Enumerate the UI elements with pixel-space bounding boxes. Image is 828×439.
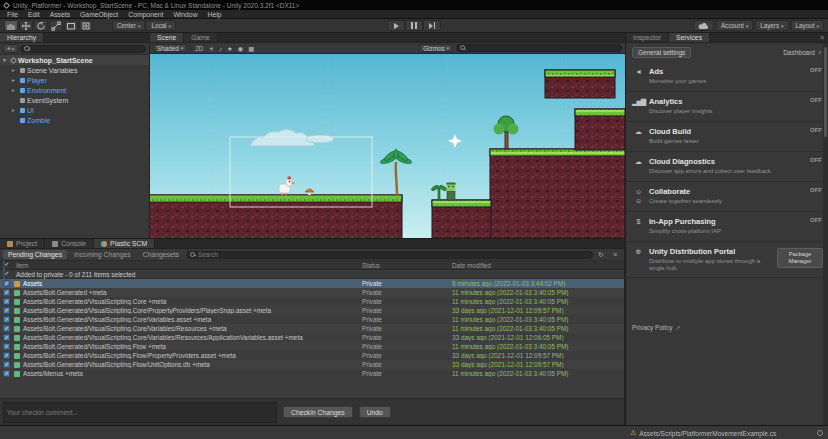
- row-checkbox[interactable]: [3, 352, 10, 359]
- menu-item[interactable]: File: [2, 11, 23, 18]
- service-item[interactable]: ▂▅▇ Analytics Discover player insights O…: [626, 92, 828, 122]
- gizmos-dropdown[interactable]: Gizmos▾: [419, 44, 453, 53]
- row-checkbox[interactable]: [3, 370, 10, 377]
- terrain-ground[interactable]: [150, 195, 402, 238]
- scene-search[interactable]: [456, 44, 622, 52]
- rect-tool-button[interactable]: [64, 20, 78, 31]
- row-checkbox[interactable]: [3, 280, 10, 287]
- tab-inspector[interactable]: Inspector: [626, 33, 669, 42]
- create-object-button[interactable]: +▾: [3, 44, 18, 53]
- table-row[interactable]: Assets/Bolt.Generated/VisualScripting.Fl…: [0, 360, 624, 369]
- table-row[interactable]: Assets/Bolt.Generated +meta Private 11 m…: [0, 288, 624, 297]
- menu-item[interactable]: Assets: [45, 11, 75, 18]
- space-toggle[interactable]: Local▾: [146, 20, 176, 31]
- tab-project[interactable]: Project: [0, 239, 45, 248]
- layout-dropdown[interactable]: Layout▾: [791, 20, 824, 31]
- service-item[interactable]: ☺☺ Collaborate Create together seamlessl…: [626, 182, 828, 212]
- hierarchy-search-input[interactable]: [32, 45, 142, 52]
- tab-hierarchy[interactable]: Hierarchy: [0, 33, 44, 42]
- layers-dropdown[interactable]: Layers▾: [755, 20, 788, 31]
- table-row[interactable]: Assets/Bolt.Generated/VisualScripting.Co…: [0, 324, 624, 333]
- tab-services[interactable]: Services: [669, 33, 710, 42]
- account-dropdown[interactable]: Account▾: [716, 20, 753, 31]
- plastic-subtab[interactable]: Changesets: [138, 250, 184, 259]
- tab-console[interactable]: Console: [45, 239, 94, 248]
- checkin-comment-input[interactable]: [3, 402, 277, 423]
- service-item[interactable]: $ In-App Purchasing Simplify cross-platf…: [626, 212, 828, 242]
- service-item[interactable]: ◄ Ads Monetize your games OFF: [626, 62, 828, 92]
- hierarchy-item[interactable]: ▸ UI: [0, 105, 149, 115]
- plastic-search-input[interactable]: [198, 251, 589, 258]
- group-checkbox[interactable]: [3, 270, 5, 279]
- column-date-modified[interactable]: Date modified: [452, 262, 624, 269]
- options-menu-icon[interactable]: ≡: [609, 251, 621, 258]
- table-row[interactable]: Assets/Menus +meta Private 11 minutes ag…: [0, 369, 624, 378]
- rotate-tool-button[interactable]: [34, 20, 48, 31]
- service-item-udp[interactable]: ⊕ Unity Distribution Portal Distribute t…: [626, 242, 828, 278]
- row-checkbox[interactable]: [3, 316, 10, 323]
- row-checkbox[interactable]: [3, 307, 10, 314]
- tab-scene[interactable]: Scene: [150, 33, 184, 42]
- hierarchy-item[interactable]: Zombie: [0, 115, 149, 125]
- row-checkbox[interactable]: [3, 361, 10, 368]
- visibility-toggle[interactable]: ◉: [237, 45, 245, 52]
- terrain-ledge[interactable]: [432, 200, 491, 238]
- menu-item[interactable]: Edit: [23, 11, 45, 18]
- pause-button[interactable]: [405, 20, 423, 31]
- tab-game[interactable]: Game: [184, 33, 218, 42]
- table-row[interactable]: Assets/Bolt.Generated/VisualScripting.Fl…: [0, 351, 624, 360]
- table-row[interactable]: Assets/Bolt.Generated/VisualScripting.Fl…: [0, 342, 624, 351]
- table-row[interactable]: Assets/Bolt.Generated/VisualScripting.Co…: [0, 306, 624, 315]
- lighting-toggle[interactable]: ☀: [207, 45, 215, 52]
- row-checkbox[interactable]: [3, 289, 10, 296]
- general-settings-button[interactable]: General settings: [632, 47, 691, 58]
- plastic-subtab[interactable]: Pending Changes: [3, 250, 67, 259]
- menu-item[interactable]: Help: [203, 11, 227, 18]
- menu-item[interactable]: GameObject: [75, 11, 123, 18]
- privacy-policy-link[interactable]: Privacy Policy ↗: [626, 320, 828, 335]
- row-checkbox[interactable]: [3, 298, 10, 305]
- dashboard-link[interactable]: Dashboard↗: [783, 49, 822, 56]
- cloud-collab-button[interactable]: [693, 20, 714, 31]
- scene-canvas[interactable]: [150, 54, 625, 238]
- floating-island[interactable]: [545, 70, 615, 98]
- grid-toggle[interactable]: ▦: [247, 45, 255, 52]
- terrain-plateau[interactable]: [490, 149, 625, 238]
- refresh-icon[interactable]: ↻: [595, 251, 607, 259]
- transform-tool-button[interactable]: [79, 20, 93, 31]
- table-row[interactable]: Assets/Bolt.Generated/VisualScripting.Co…: [0, 333, 624, 342]
- scene-header-row[interactable]: ▾ Workshop_StartScene: [0, 55, 149, 65]
- pivot-toggle[interactable]: Center▾: [112, 20, 145, 31]
- plastic-subtab[interactable]: Incoming Changes: [69, 250, 136, 259]
- hierarchy-search[interactable]: [20, 45, 146, 53]
- draw-mode-dropdown[interactable]: Shaded▾: [153, 44, 187, 53]
- 2d-toggle[interactable]: 2D: [194, 45, 204, 52]
- zombie-character[interactable]: [447, 183, 456, 201]
- effects-toggle[interactable]: ★: [226, 45, 234, 52]
- terrain-step[interactable]: [575, 109, 625, 150]
- row-checkbox[interactable]: [3, 325, 10, 332]
- checkin-changes-button[interactable]: Checkin Changes: [283, 406, 353, 418]
- column-item[interactable]: Item: [16, 262, 362, 269]
- scene-search-input[interactable]: [468, 45, 618, 52]
- status-message[interactable]: ⚠ Assets/Scripts/PlatformerMovementExamp…: [630, 429, 776, 437]
- hierarchy-item[interactable]: ▸ Scene Variables: [0, 65, 149, 75]
- scene-viewport[interactable]: [150, 54, 625, 238]
- step-button[interactable]: [423, 20, 441, 31]
- row-checkbox[interactable]: [3, 334, 10, 341]
- hierarchy-item[interactable]: EventSystem: [0, 95, 149, 105]
- row-checkbox[interactable]: [3, 343, 10, 350]
- service-item[interactable]: ☁ Cloud Build Build games faster OFF: [626, 122, 828, 152]
- service-item[interactable]: ☁ Cloud Diagnostics Discover app errors …: [626, 152, 828, 182]
- select-all-checkbox[interactable]: [3, 261, 5, 270]
- plastic-search[interactable]: [186, 251, 593, 259]
- services-scrollbar[interactable]: [823, 43, 828, 425]
- move-tool-button[interactable]: [19, 20, 33, 31]
- panel-menu-icon[interactable]: ≡: [820, 34, 824, 41]
- scale-tool-button[interactable]: [49, 20, 63, 31]
- hand-tool-button[interactable]: [4, 20, 18, 31]
- column-status[interactable]: Status: [362, 262, 452, 269]
- table-row[interactable]: Assets Private 8 minutes ago (2022-01-03…: [0, 279, 624, 288]
- hierarchy-item[interactable]: ▸ Environment: [0, 85, 149, 95]
- tab-plastic-scm[interactable]: Plastic SCM: [94, 239, 155, 248]
